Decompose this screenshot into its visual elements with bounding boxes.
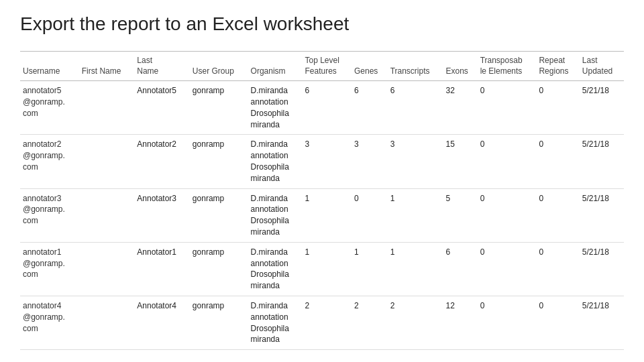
cell-repeat-regions: 0 [536,242,579,296]
cell-last-updated: 5/21/18 [580,135,624,188]
cell-user-group: gonramp [190,135,248,188]
cell-transposable-elements: 0 [478,242,537,296]
col-header-username: Username [20,52,79,81]
cell-organism: D.mirandaannotationDrosophilamiranda [248,242,303,296]
col-header-organism: Organism [248,52,303,81]
cell-last-name: Annotator3 [134,188,190,242]
cell-repeat-regions: 0 [536,296,579,349]
cell-transcripts: 1 [388,242,443,296]
cell-genes: 1 [352,242,388,296]
cell-repeat-regions: 0 [536,188,579,242]
cell-repeat-regions: 0 [536,135,579,188]
cell-transposable-elements: 0 [478,135,537,188]
cell-username: annotator3 @gonramp. com [20,188,79,242]
table-row: annotator4 @gonramp. comAnnotator4gonram… [20,296,624,349]
cell-user-group: gonramp [190,81,248,135]
cell-username: annotator4 @gonramp. com [20,296,79,349]
cell-transposable-elements: 0 [478,296,537,349]
table-row: annotator1 @gonramp. comAnnotator1gonram… [20,242,624,296]
table-row: annotator3 @gonramp. comAnnotator3gonram… [20,188,624,242]
cell-top-level-features: 3 [302,135,352,188]
cell-organism: D.mirandaannotationDrosophilamiranda [248,135,303,188]
cell-exons: 6 [443,242,477,296]
cell-last-updated: 5/21/18 [580,188,624,242]
cell-genes: 3 [352,135,388,188]
cell-organism: D.mirandaannotationDrosophilamiranda [248,188,303,242]
col-header-exons: Exons [443,52,477,81]
table-row: annotator5 @gonramp. comAnnotator5gonram… [20,81,624,135]
cell-organism: D.mirandaannotationDrosophilamiranda [248,296,303,349]
cell-top-level-features: 1 [302,188,352,242]
page-title: Export the report to an Excel worksheet [20,13,624,35]
cell-first-name [79,296,135,349]
cell-first-name [79,242,135,296]
col-header-last-name: LastName [134,52,190,81]
cell-last-name: Annotator2 [134,135,190,188]
data-table: Username First Name LastName User Group … [20,51,624,350]
cell-transcripts: 2 [388,296,443,349]
cell-top-level-features: 2 [302,296,352,349]
cell-exons: 5 [443,188,477,242]
table-row: annotator2 @gonramp. comAnnotator2gonram… [20,135,624,188]
cell-exons: 32 [443,81,477,135]
cell-exons: 15 [443,135,477,188]
cell-organism: D.mirandaannotationDrosophilamiranda [248,81,303,135]
col-header-first-name: First Name [79,52,135,81]
cell-transposable-elements: 0 [478,81,537,135]
cell-transcripts: 6 [388,81,443,135]
cell-top-level-features: 6 [302,81,352,135]
cell-username: annotator2 @gonramp. com [20,135,79,188]
table-header-row: Username First Name LastName User Group … [20,52,624,81]
cell-transcripts: 1 [388,188,443,242]
cell-user-group: gonramp [190,188,248,242]
cell-genes: 2 [352,296,388,349]
cell-username: annotator1 @gonramp. com [20,242,79,296]
cell-last-updated: 5/21/18 [580,296,624,349]
cell-genes: 6 [352,81,388,135]
cell-last-updated: 5/21/18 [580,242,624,296]
cell-transposable-elements: 0 [478,188,537,242]
col-header-top-level-features: Top LevelFeatures [302,52,352,81]
col-header-user-group: User Group [190,52,248,81]
col-header-last-updated: LastUpdated [580,52,624,81]
cell-last-name: Annotator4 [134,296,190,349]
cell-top-level-features: 1 [302,242,352,296]
cell-user-group: gonramp [190,296,248,349]
col-header-repeat-regions: RepeatRegions [536,52,579,81]
cell-user-group: gonramp [190,242,248,296]
col-header-genes: Genes [352,52,388,81]
cell-repeat-regions: 0 [536,81,579,135]
col-header-transcripts: Transcripts [388,52,443,81]
cell-first-name [79,81,135,135]
cell-exons: 12 [443,296,477,349]
cell-username: annotator5 @gonramp. com [20,81,79,135]
cell-last-name: Annotator1 [134,242,190,296]
cell-last-name: Annotator5 [134,81,190,135]
cell-first-name [79,135,135,188]
cell-transcripts: 3 [388,135,443,188]
cell-first-name [79,188,135,242]
cell-genes: 0 [352,188,388,242]
cell-last-updated: 5/21/18 [580,81,624,135]
col-header-transposable-elements: Transposable Elements [478,52,537,81]
